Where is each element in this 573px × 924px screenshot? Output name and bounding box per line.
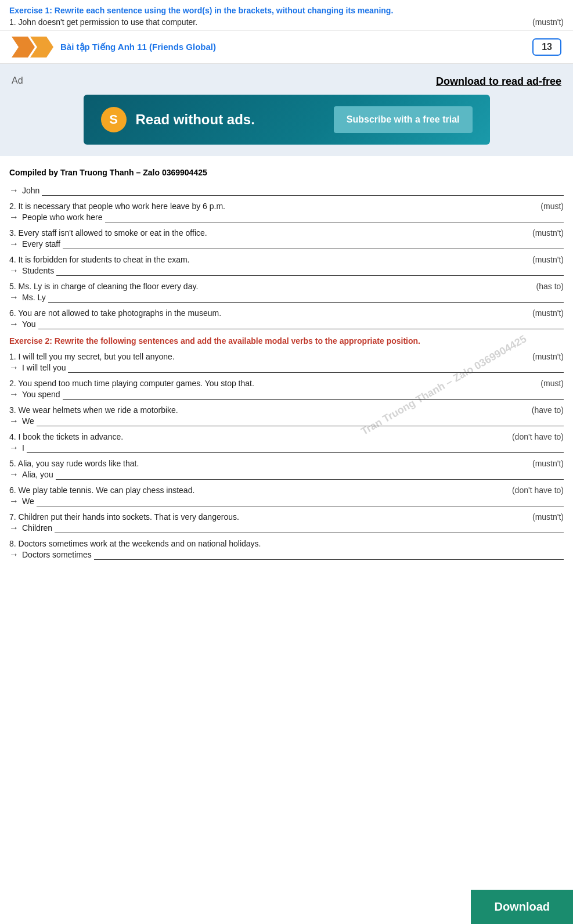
ex1-sentence-row-3: 3. Every staff isn't allowed to smoke or… [9, 228, 564, 238]
ex2-line-8[interactable] [94, 549, 564, 560]
ex1-hint-4: (mustn't) [532, 255, 564, 264]
download-button-bottom[interactable]: Download [471, 890, 573, 924]
ex2-answer-row-2: → You spend [9, 389, 564, 400]
subscribe-button[interactable]: Subscribe with a free trial [334, 106, 473, 133]
book-header-left: Bài tập Tiếng Anh 11 (Friends Global) [12, 37, 216, 57]
exercise2-header: Exercise 2: Rewrite the following senten… [9, 335, 564, 347]
ex2-answer-row-8: → Doctors sometimes [9, 549, 564, 560]
ex2-prefix-1: I will tell you [22, 363, 66, 372]
ex1-answer-row-4: → Students [9, 265, 564, 276]
ex2-hint-2: (must) [540, 379, 564, 388]
ex2-answer-row-1: → I will tell you [9, 362, 564, 373]
ex2-sentence-3: 3. We wear helmets when we ride a motorb… [9, 405, 520, 415]
ex1-block-6: 6. You are not allowed to take photograp… [9, 308, 564, 329]
ex2-block-2: 2. You spend too much time playing compu… [9, 379, 564, 400]
arrow-icon-1: → [9, 185, 19, 196]
exercise2-header-text: Exercise 2: Rewrite the following senten… [9, 336, 420, 346]
ex1-hint-6: (mustn't) [532, 308, 564, 318]
ex1-answer-row-2: → People who work here [9, 212, 564, 222]
ex2-block-3: 3. We wear helmets when we ride a motorb… [9, 405, 564, 426]
ex1-answer-row-6: → You [9, 319, 564, 329]
answer-line-3[interactable] [63, 239, 564, 249]
ex2-answer-row-5: → Alia, you [9, 469, 564, 480]
arrow-icon-2: → [9, 212, 19, 222]
ad-banner-text: Read without ads. [136, 112, 255, 128]
ad-banner-left: S Read without ads. [101, 107, 255, 132]
ex2-answer-row-6: → We [9, 496, 564, 506]
ex2-block-7: 7. Children put their hands into sockets… [9, 512, 564, 533]
ex2-line-6[interactable] [37, 496, 564, 506]
ex2-line-4[interactable] [27, 443, 564, 453]
ex2-hint-4: (don't have to) [512, 432, 564, 441]
ad-banner: S Read without ads. Subscribe with a fre… [84, 95, 490, 145]
ex2-sentence-7: 7. Children put their hands into sockets… [9, 512, 521, 522]
ad-label-row: Ad Download to read ad-free [12, 75, 561, 88]
ex1-sentence-row-4: 4. It is forbidden for students to cheat… [9, 255, 564, 264]
ex2-arrow-5: → [9, 469, 19, 480]
ex1-hint-5: (has to) [536, 282, 564, 291]
ex1-sentence-row-2: 2. It is necessary that people who work … [9, 202, 564, 211]
arrow-icon-4: → [9, 265, 19, 276]
answer-line-5[interactable] [48, 292, 564, 303]
ex2-prefix-8: Doctors sometimes [22, 550, 92, 559]
arrow-icon-6: → [9, 319, 19, 329]
ex2-sentence-4: 4. I book the tickets in advance. [9, 432, 500, 441]
ex2-line-5[interactable] [56, 469, 564, 480]
ex2-line-3[interactable] [37, 416, 564, 426]
book-header: Bài tập Tiếng Anh 11 (Friends Global) 13 [0, 31, 573, 64]
ex2-sentence-row-1: 1. I will tell you my secret, but you te… [9, 352, 564, 361]
scribd-icon: S [101, 107, 127, 132]
ex2-sentence-row-6: 6. We play table tennis. We can play che… [9, 486, 564, 495]
answer-line-6[interactable] [38, 319, 564, 329]
download-link[interactable]: Download to read ad-free [436, 75, 561, 88]
page-number: 13 [532, 38, 561, 56]
ex2-sentence-row-8: 8. Doctors sometimes work at the weekend… [9, 539, 564, 548]
arrow-icon-3: → [9, 239, 19, 249]
ex1-block-3: 3. Every staff isn't allowed to smoke or… [9, 228, 564, 249]
ex1-sentence-6: 6. You are not allowed to take photograp… [9, 308, 521, 318]
answer-line-4[interactable] [56, 265, 564, 276]
ex2-arrow-1: → [9, 362, 19, 373]
ex2-prefix-4: I [22, 443, 24, 452]
ex2-arrow-2: → [9, 389, 19, 400]
exercise1-title: Exercise 1: Rewrite each sentence using … [9, 6, 564, 15]
ex2-arrow-4: → [9, 443, 19, 453]
ex2-line-1[interactable] [68, 362, 564, 373]
ex2-sentence-row-3: 3. We wear helmets when we ride a motorb… [9, 405, 564, 415]
ex2-prefix-5: Alia, you [22, 470, 53, 479]
ex1-block-4: 4. It is forbidden for students to cheat… [9, 255, 564, 276]
ex2-block-8: 8. Doctors sometimes work at the weekend… [9, 539, 564, 560]
ex2-line-2[interactable] [63, 389, 564, 400]
ex2-sentence-5: 5. Alia, you say rude words like that. [9, 459, 521, 468]
ex2-prefix-7: Children [22, 523, 52, 533]
ex2-hint-3: (have to) [532, 405, 564, 415]
ex2-sentence-row-7: 7. Children put their hands into sockets… [9, 512, 564, 522]
ex1-answer-row-3: → Every staff [9, 239, 564, 249]
ex2-answer-row-4: → I [9, 443, 564, 453]
ex2-sentence-row-2: 2. You spend too much time playing compu… [9, 379, 564, 388]
logo-arrows [12, 37, 53, 57]
ex2-hint-6: (don't have to) [512, 486, 564, 495]
ex2-sentence-row-4: 4. I book the tickets in advance. (don't… [9, 432, 564, 441]
answer-prefix-3: Every staff [22, 239, 60, 249]
ex2-prefix-6: We [22, 497, 34, 506]
scribd-symbol: S [109, 112, 118, 127]
ex2-arrow-8: → [9, 549, 19, 560]
ex1-sentence-4: 4. It is forbidden for students to cheat… [9, 255, 521, 264]
answer-prefix-2: People who work here [22, 213, 103, 222]
ad-label: Ad [12, 75, 23, 86]
ex1-sentence-row-5: 5. Ms. Ly is in charge of cleaning the f… [9, 282, 564, 291]
ex2-sentence-2: 2. You spend too much time playing compu… [9, 379, 529, 388]
ex2-line-7[interactable] [55, 523, 564, 533]
arrow-icon-5: → [9, 292, 19, 303]
ex1-block-2: 2. It is necessary that people who work … [9, 202, 564, 222]
answer-prefix-1: John [22, 186, 39, 195]
ex2-arrow-3: → [9, 416, 19, 426]
answer-line-2[interactable] [105, 212, 564, 222]
ex2-answer-row-3: → We [9, 416, 564, 426]
answer-line-1[interactable] [42, 185, 564, 196]
compiled-by: Compiled by Tran Truong Thanh – Zalo 036… [9, 168, 564, 177]
book-title: Bài tập Tiếng Anh 11 (Friends Global) [60, 42, 216, 52]
ex2-sentence-1: 1. I will tell you my secret, but you te… [9, 352, 521, 361]
ex1-answer-row-1: → John [9, 185, 564, 196]
